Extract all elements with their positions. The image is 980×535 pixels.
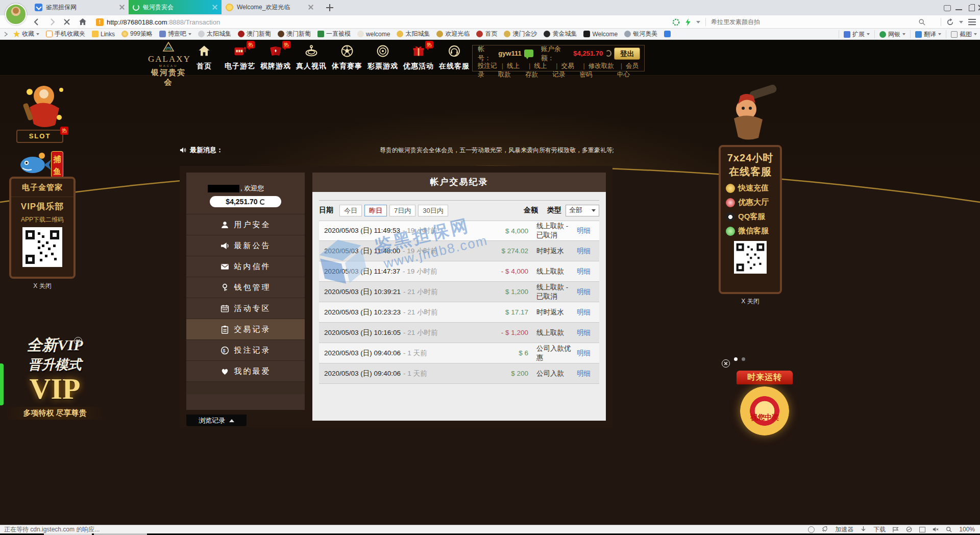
menu-activities[interactable]: 活动专区 xyxy=(186,298,305,319)
minimize-button[interactable] xyxy=(955,4,963,11)
nav-home[interactable]: 首页 xyxy=(188,43,220,75)
tools-caret-icon[interactable] xyxy=(696,21,700,23)
bookmark-item[interactable]: welcome xyxy=(357,31,390,38)
site-logo[interactable]: GALAXY MACAU 银河贵宾会 xyxy=(148,42,189,87)
refresh-balance-icon[interactable] xyxy=(605,50,611,57)
gunner-character[interactable] xyxy=(720,85,781,146)
fish-game-tag[interactable]: 捕鱼 xyxy=(51,151,63,178)
nav-lottery[interactable]: 彩票游戏 xyxy=(366,43,399,75)
flash-icon[interactable] xyxy=(685,18,691,26)
bookmark-item[interactable]: Welcome xyxy=(583,31,618,38)
lucky-wheel-ad[interactable]: 时来运转 祝您中奖 xyxy=(737,371,793,452)
bookmark-item[interactable]: 博壹吧 xyxy=(159,30,191,38)
home-icon[interactable] xyxy=(78,17,88,27)
netbank-button[interactable]: 网银 xyxy=(879,30,905,39)
search-input[interactable] xyxy=(711,18,915,26)
close-window-button[interactable] xyxy=(978,5,980,11)
zoom-icon[interactable] xyxy=(946,526,952,532)
slot-banner[interactable]: SLOT xyxy=(16,130,63,143)
nav-cards[interactable]: 热 棋牌游戏 xyxy=(259,43,292,75)
mute-icon[interactable] xyxy=(933,526,939,532)
screenshot-button[interactable]: 截图 xyxy=(951,30,977,39)
restore-caret-icon[interactable] xyxy=(959,21,963,23)
nav-sports[interactable]: 体育赛事 xyxy=(331,43,363,75)
bookmark-item[interactable]: 一直被模 xyxy=(317,30,351,38)
bookmark-item[interactable]: 澳门金沙 xyxy=(504,30,537,38)
download-label[interactable]: 下载 xyxy=(873,525,886,534)
bookmark-item[interactable]: 太阳城集 xyxy=(198,30,231,38)
detail-link[interactable]: 明细 xyxy=(577,226,594,235)
tab2-close-icon[interactable] xyxy=(212,5,217,10)
bookmark-item[interactable]: 欢迎光临 xyxy=(436,30,470,38)
bookmark-item[interactable]: 首页 xyxy=(476,30,497,38)
stop-icon[interactable] xyxy=(62,17,72,27)
menu-user-security[interactable]: 用户安全 xyxy=(186,214,305,235)
speedometer-icon[interactable] xyxy=(808,526,815,533)
detail-link[interactable]: 明细 xyxy=(577,308,594,317)
right-widget-close[interactable]: X 关闭 xyxy=(719,297,782,306)
link-transactions[interactable]: 交易记录 xyxy=(552,62,579,79)
insecure-warning-icon[interactable]: ! xyxy=(96,18,104,26)
bookmark-item[interactable]: 银河奥美 xyxy=(624,30,657,38)
forward-icon[interactable] xyxy=(47,17,57,27)
new-tab-button[interactable] xyxy=(326,4,334,12)
menu-favorites[interactable]: 我的最爱 xyxy=(186,361,305,382)
detail-link[interactable]: 明细 xyxy=(577,287,594,297)
vip-ad-close-icon[interactable] xyxy=(74,337,82,345)
wheel-graphic[interactable]: 祝您中奖 xyxy=(740,386,789,435)
filter-30days[interactable]: 30日内 xyxy=(418,205,448,216)
carousel-dots[interactable] xyxy=(734,357,745,361)
maximize-button[interactable] xyxy=(968,4,975,11)
bookmark-mobile[interactable]: 手机收藏夹 xyxy=(46,30,85,38)
chat-bubble-icon[interactable] xyxy=(524,50,533,57)
menu-messages[interactable]: 站内信件 xyxy=(186,256,305,277)
link-withdraw[interactable]: 线上取款 xyxy=(498,62,525,79)
detail-link[interactable]: 明细 xyxy=(577,267,594,276)
skin-icon[interactable] xyxy=(943,4,950,11)
bookmark-item[interactable]: 澳门新葡 xyxy=(278,30,311,38)
tab-galaxy-active[interactable]: 银河贵宾会 xyxy=(129,0,222,14)
tab-welcome[interactable]: Welcome_欢迎光临 xyxy=(222,0,317,14)
url-box[interactable]: ! http://87680188.com:8888/Transaction xyxy=(96,17,678,27)
wechat-service-link[interactable]: 微信客服 xyxy=(726,226,780,236)
browse-history-tab[interactable]: 浏览记录 xyxy=(186,415,247,426)
quick-deposit-link[interactable]: 快速充值 xyxy=(726,183,780,193)
aperture-icon[interactable] xyxy=(672,18,680,26)
nav-slots[interactable]: 热 电子游艺 xyxy=(224,43,256,75)
zoom-level[interactable]: 100% xyxy=(959,526,975,533)
nav-promotions[interactable]: 热 优惠活动 xyxy=(402,43,435,75)
menu-bet-records[interactable]: $ 投注记录 xyxy=(186,340,305,361)
detail-link[interactable]: 明细 xyxy=(577,349,594,358)
monkey-king-character[interactable] xyxy=(14,77,70,133)
logout-button[interactable]: 登出 xyxy=(614,47,640,60)
tab3-close-icon[interactable] xyxy=(308,5,313,10)
type-select[interactable]: 全部 xyxy=(566,205,599,216)
download-icon[interactable] xyxy=(861,526,866,532)
nav-customer-service[interactable]: 在线客服 xyxy=(438,43,471,75)
window-mode-icon[interactable] xyxy=(919,527,925,532)
fishing-game-character[interactable] xyxy=(15,150,52,178)
filter-today[interactable]: 今日 xyxy=(339,205,362,216)
detail-link[interactable]: 明细 xyxy=(577,369,594,378)
member-balance-pill[interactable]: $4,251.70 xyxy=(210,196,281,207)
extensions-button[interactable]: 扩展 xyxy=(844,30,870,39)
tab1-close-icon[interactable] xyxy=(119,5,125,10)
accelerator-label[interactable]: 加速器 xyxy=(835,525,853,534)
flag-icon[interactable] xyxy=(893,527,899,532)
menu-wallet[interactable]: 钱包管理 xyxy=(186,277,305,298)
tab-jianhei[interactable]: 鉴黑担保网 xyxy=(31,0,129,14)
filter-yesterday-active[interactable]: 昨日 xyxy=(364,205,387,216)
link-bet-records[interactable]: 投注记录 xyxy=(478,62,498,79)
rocket-icon[interactable] xyxy=(822,526,828,532)
menu-transactions-active[interactable]: 交易记录 xyxy=(186,319,305,340)
detail-link[interactable]: 明细 xyxy=(577,247,594,256)
bookmark-item[interactable]: 鉴黑担保 xyxy=(664,30,672,38)
collapse-sidebar-icon[interactable] xyxy=(3,31,9,37)
bookmark-links-folder[interactable]: Links xyxy=(92,31,115,38)
nav-live-casino[interactable]: 真人视讯 xyxy=(295,43,328,75)
filter-7days[interactable]: 7日内 xyxy=(389,205,415,216)
search-icon[interactable] xyxy=(918,18,925,26)
link-change-password[interactable]: 修改取款密码 xyxy=(580,62,617,79)
refresh-icon[interactable] xyxy=(260,199,265,205)
translate-button[interactable]: 翻译 xyxy=(915,30,941,39)
